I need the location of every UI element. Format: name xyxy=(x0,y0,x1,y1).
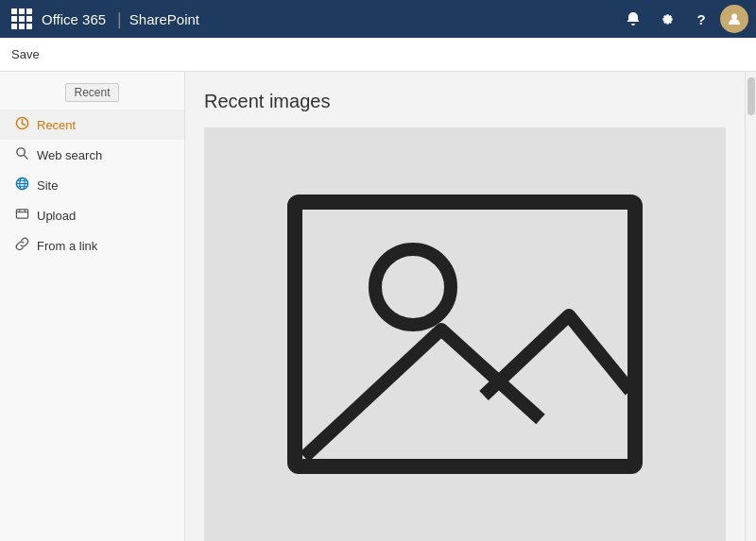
sidebar-item-from-a-link[interactable]: From a link xyxy=(0,230,184,261)
help-icon: ? xyxy=(696,11,705,27)
sidebar-item-site[interactable]: Site xyxy=(0,170,184,200)
sidebar-upload-label: Upload xyxy=(37,209,76,223)
sidebar-site-label: Site xyxy=(37,178,58,193)
globe-icon xyxy=(15,177,29,194)
settings-button[interactable] xyxy=(652,4,682,34)
waffle-button[interactable] xyxy=(8,5,36,33)
topbar-icon-group: ? xyxy=(618,4,748,34)
save-label: Save xyxy=(11,47,40,61)
sidebar-item-recent[interactable]: Recent xyxy=(0,110,184,140)
notification-button[interactable] xyxy=(618,4,648,34)
image-placeholder xyxy=(204,127,726,541)
sidebar-from-a-link-label: From a link xyxy=(37,239,97,253)
recent-icon xyxy=(15,116,29,133)
upload-icon xyxy=(15,207,29,224)
scrollbar-thumb[interactable] xyxy=(747,77,755,115)
topbar-divider: | xyxy=(117,9,122,29)
subtoolbar: Save xyxy=(0,38,756,72)
waffle-icon xyxy=(11,8,32,29)
recent-badge: Recent xyxy=(65,83,118,102)
main-layout: Recent Recent Web search Site Upload xyxy=(0,72,756,541)
link-icon xyxy=(15,237,29,254)
user-avatar[interactable] xyxy=(720,5,748,33)
sidebar: Recent Recent Web search Site Upload xyxy=(0,72,185,541)
app-name: Office 365 xyxy=(42,11,106,27)
svg-point-14 xyxy=(375,249,451,325)
sidebar-recent-label-text: Recent xyxy=(37,118,76,132)
svg-line-3 xyxy=(24,155,27,159)
sidebar-item-upload[interactable]: Upload xyxy=(0,200,184,230)
product-name: SharePoint xyxy=(129,11,199,27)
placeholder-image-icon xyxy=(276,193,654,476)
sidebar-item-web-search[interactable]: Web search xyxy=(0,140,184,170)
topbar: Office 365 | SharePoint ? xyxy=(0,0,756,38)
content-title: Recent images xyxy=(204,91,726,112)
svg-rect-9 xyxy=(16,210,27,218)
help-button[interactable]: ? xyxy=(686,4,716,34)
svg-point-0 xyxy=(731,14,737,20)
sidebar-web-search-label: Web search xyxy=(37,148,102,162)
content-area: Recent images xyxy=(185,72,745,541)
scrollbar-track[interactable] xyxy=(745,72,756,541)
search-icon xyxy=(15,146,29,163)
